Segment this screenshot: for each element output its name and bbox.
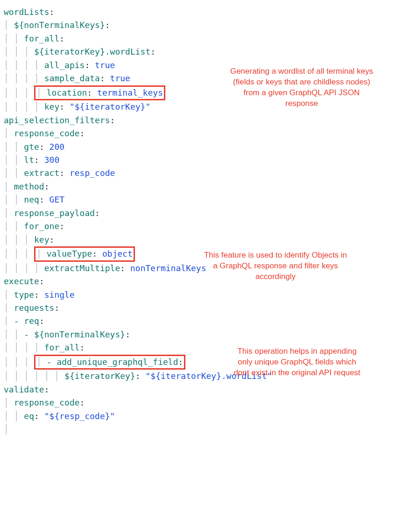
- val-eq: "${resp_code}": [44, 411, 115, 421]
- code-container: wordLists: │ ${nonTerminalKeys}: │ │ for…: [4, 6, 392, 436]
- key-wordLists: wordLists: [4, 7, 50, 17]
- key-requests: requests: [14, 303, 55, 313]
- key-key: key: [44, 102, 60, 112]
- annotation-1: Generating a wordlist of all terminal ke…: [227, 66, 376, 109]
- val-all_apis: true: [95, 60, 115, 70]
- key-extract: extract: [24, 168, 59, 178]
- key-iteratorKeyWordList: ${iteratorKey}.wordList: [34, 47, 150, 56]
- annotation-3: This operation helps in appending only u…: [232, 346, 362, 378]
- key-iteratorKey2: ${iteratorKey}: [64, 371, 135, 381]
- val-extractMultiple: nonTerminalKeys: [130, 263, 206, 273]
- val-gte: 200: [50, 142, 65, 152]
- key-type: type: [14, 290, 34, 300]
- val-extract: resp_code: [70, 168, 115, 178]
- val-type: single: [44, 290, 75, 300]
- highlight-valueType: │ valueType: object: [34, 246, 135, 262]
- highlight-location: │ location: terminal_keys: [34, 85, 165, 101]
- val-key: "${iteratorKey}": [70, 102, 150, 112]
- key-add_unique_graphql_field: add_unique_graphql_field: [57, 357, 178, 367]
- key-gte: gte: [24, 142, 39, 152]
- val-location: terminal_keys: [97, 88, 163, 98]
- key-response_payload: response_payload: [14, 208, 95, 218]
- val-valueType: object: [102, 249, 133, 259]
- key-valueType: valueType: [47, 249, 92, 259]
- key-for_one: for_one: [24, 221, 59, 231]
- key-neq: neq: [24, 195, 39, 204]
- key-req: req: [24, 316, 39, 326]
- key-lt: lt: [24, 155, 34, 165]
- key-execute: execute: [4, 276, 39, 286]
- key-sample_data: sample_data: [44, 73, 100, 83]
- val-sample_data: true: [110, 73, 130, 83]
- val-lt: 300: [44, 155, 60, 165]
- key-extractMultiple: extractMultiple: [44, 263, 120, 273]
- highlight-add_unique: │ - add_unique_graphql_field:: [34, 355, 185, 370]
- annotation-2: This feature is used to identify Objects…: [201, 250, 350, 282]
- key-location: location: [47, 88, 87, 98]
- key-method: method: [14, 182, 44, 191]
- val-neq: GET: [50, 195, 65, 204]
- key-nonTerminalKeys-1: ${nonTerminalKeys}: [14, 20, 105, 30]
- key-validate: validate: [4, 385, 44, 394]
- key-all_apis: all_apis: [44, 60, 85, 70]
- key-response_code: response_code: [14, 128, 80, 138]
- key-api_selection_filters: api_selection_filters: [4, 115, 110, 125]
- key-response_code2: response_code: [14, 398, 80, 407]
- key-nonTerminalKeys-2: ${nonTerminalKeys}: [34, 329, 125, 339]
- key-key2: key: [34, 235, 50, 245]
- key-for_all-1: for_all: [24, 34, 59, 43]
- key-for_all-2: for_all: [44, 343, 80, 352]
- key-eq: eq: [24, 411, 34, 421]
